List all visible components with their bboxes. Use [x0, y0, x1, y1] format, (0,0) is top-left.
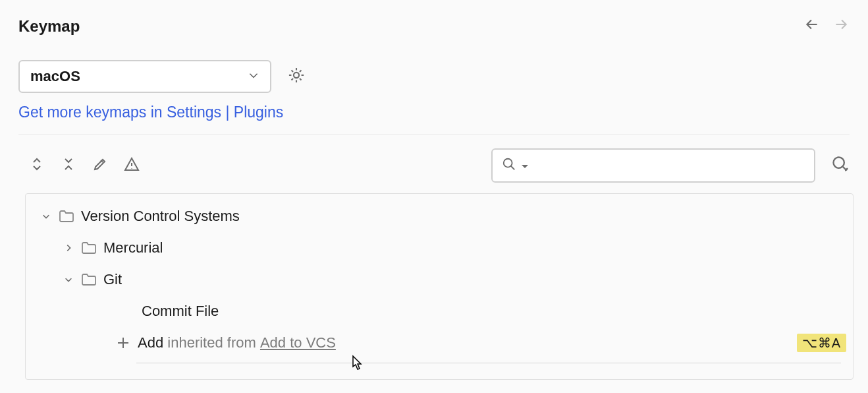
- tree-node-vcs[interactable]: Version Control Systems: [26, 200, 853, 232]
- keymap-dropdown[interactable]: macOS: [18, 60, 271, 93]
- inherited-link[interactable]: Add to VCS: [260, 334, 336, 351]
- find-by-shortcut-icon[interactable]: [831, 155, 850, 177]
- back-arrow-icon[interactable]: [803, 16, 821, 36]
- action-label: Commit File: [142, 303, 219, 320]
- search-input[interactable]: [491, 148, 815, 183]
- divider: [18, 135, 850, 135]
- folder-icon: [81, 241, 97, 255]
- tree-node-git[interactable]: Git: [26, 264, 853, 295]
- edit-icon[interactable]: [92, 156, 108, 175]
- forward-arrow-icon[interactable]: [832, 16, 850, 36]
- gear-icon[interactable]: [287, 66, 306, 88]
- cursor-pointer-icon: [349, 355, 365, 377]
- svg-point-0: [294, 72, 299, 77]
- folder-icon: [81, 272, 97, 287]
- more-keymaps-link[interactable]: Get more keymaps in Settings | Plugins: [18, 104, 283, 121]
- tree-node-mercurial[interactable]: Mercurial: [26, 232, 853, 264]
- chevron-right-icon[interactable]: [63, 242, 74, 254]
- collapse-all-icon[interactable]: [61, 156, 76, 175]
- shortcut-badge: ⌥⌘A: [797, 334, 846, 352]
- keymap-selected-label: macOS: [30, 68, 80, 85]
- tree-action-add[interactable]: Add inherited from Add to VCS ⌥⌘A: [26, 327, 853, 359]
- row-divider: [136, 363, 841, 363]
- chevron-down-icon[interactable]: [63, 274, 74, 286]
- folder-icon: [59, 209, 74, 224]
- tree-label: Git: [103, 271, 122, 288]
- tree-action-commit-file[interactable]: Commit File: [26, 295, 853, 327]
- action-label: Add: [138, 334, 163, 351]
- tree-label: Version Control Systems: [81, 208, 240, 225]
- svg-point-1: [504, 158, 512, 167]
- search-options-chevron-icon[interactable]: [522, 158, 528, 173]
- svg-point-2: [834, 157, 844, 167]
- warning-icon[interactable]: [124, 156, 140, 175]
- page-title: Keymap: [18, 17, 80, 36]
- expand-all-icon[interactable]: [29, 156, 45, 175]
- search-icon: [502, 157, 516, 175]
- search-field[interactable]: [533, 158, 805, 173]
- inherited-text: inherited from: [167, 334, 256, 351]
- keymap-tree: Version Control Systems Mercurial Git Co…: [25, 193, 854, 380]
- tree-label: Mercurial: [103, 239, 163, 257]
- nav-arrows: [803, 16, 850, 36]
- chevron-down-icon[interactable]: [40, 210, 52, 222]
- chevron-down-icon: [248, 68, 259, 85]
- plus-icon: [117, 336, 130, 349]
